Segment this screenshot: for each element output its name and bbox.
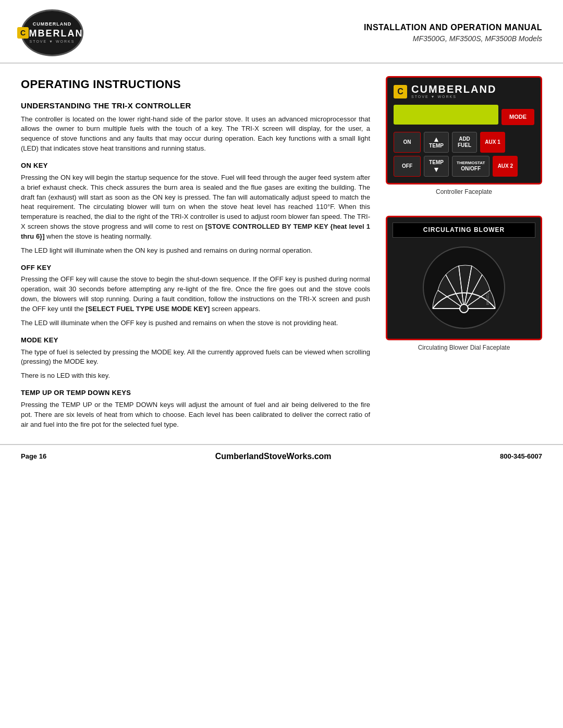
controller-panel-container: C CUMBERLAND STOVE ▼ WORKS MODE ON ▲: [386, 76, 542, 197]
footer-page-label: Page: [21, 452, 37, 460]
logo-area: C CUMBERLAND CUMBERLAND STOVE ▼ WORKS: [21, 9, 83, 56]
display-mode-row: MODE: [394, 105, 534, 129]
blower-dial-svg: 720038: [422, 246, 506, 329]
display-screen: [394, 105, 498, 125]
panel-brand-text: CUMBERLAND STOVE ▼ WORKS: [411, 84, 496, 100]
add-fuel-button[interactable]: ADD FUEL: [452, 132, 477, 153]
button-row-2: OFF TEMP ▼ THERMOSTAT ON/OFF AUX 2: [394, 156, 534, 177]
blower-faceplate: CIRCULATING BLOWER: [386, 216, 542, 340]
blower-dial-area: 720038: [393, 242, 535, 334]
off-key-heading: OFF KEY: [21, 263, 370, 273]
thermostat-line2: ON/OFF: [461, 166, 481, 172]
header: C CUMBERLAND CUMBERLAND STOVE ▼ WORKS IN…: [0, 0, 563, 64]
section1-body: The controller is located on the lower r…: [21, 115, 370, 154]
on-button[interactable]: ON: [394, 132, 421, 153]
logo-c-badge: C: [17, 27, 29, 39]
footer: Page 16 CumberlandStoveWorks.com 800-345…: [0, 444, 563, 467]
aux1-button[interactable]: AUX 1: [480, 132, 505, 153]
panel-header: C CUMBERLAND STOVE ▼ WORKS: [394, 84, 534, 100]
temp-up-button[interactable]: ▲ TEMP: [424, 132, 449, 153]
temp-up-label: TEMP: [429, 143, 444, 149]
on-key-body: Pressing the ON key will begin the start…: [21, 173, 370, 242]
logo-sub: STOVE ▼ WORKS: [30, 39, 75, 44]
button-row-1: ON ▲ TEMP ADD FUEL AUX 1: [394, 132, 534, 153]
footer-website: CumberlandStoveWorks.com: [215, 450, 332, 462]
blower-panel-container: CIRCULATING BLOWER: [386, 216, 542, 353]
add-fuel-line2: FUEL: [458, 142, 471, 149]
main-content: OPERATING INSTRUCTIONS UNDERSTANDING THE…: [0, 64, 563, 444]
svg-text:720038: 720038: [486, 293, 489, 305]
arrow-down-icon: ▼: [433, 166, 440, 173]
arrow-up-icon: ▲: [433, 135, 440, 143]
blower-caption: Circulating Blower Dial Faceplate: [386, 343, 542, 352]
svg-point-18: [460, 304, 468, 313]
controller-caption: Controller Faceplate: [386, 188, 542, 196]
on-key-body2: The LED light will illuminate when the O…: [21, 246, 370, 256]
temp-key-body: Pressing the TEMP UP or the TEMP DOWN ke…: [21, 400, 370, 430]
temp-down-button[interactable]: TEMP ▼: [424, 156, 449, 177]
header-right: INSTALLATION AND OPERATION MANUAL MF3500…: [364, 21, 542, 44]
manual-subtitle: MF3500G, MF3500S, MF3500B Models: [364, 33, 542, 44]
page-title: OPERATING INSTRUCTIONS: [21, 76, 370, 93]
temp-key-heading: TEMP UP OR TEMP DOWN KEYS: [21, 388, 370, 398]
mode-key-heading: MODE KEY: [21, 336, 370, 346]
section1-heading: UNDERSTANDING THE TRI-X CONTROLLER: [21, 100, 370, 112]
logo-oval: C CUMBERLAND CUMBERLAND STOVE ▼ WORKS: [21, 9, 83, 56]
manual-title: INSTALLATION AND OPERATION MANUAL: [364, 21, 542, 33]
panel-brand-sub: STOVE ▼ WORKS: [411, 94, 496, 100]
off-key-body2: The LED will illuminate when the OFF key…: [21, 318, 370, 328]
blower-title: CIRCULATING BLOWER: [393, 223, 535, 238]
footer-page-number: 16: [39, 452, 46, 460]
thermostat-line1: THERMOSTAT: [457, 161, 485, 166]
on-key-heading: ON KEY: [21, 161, 370, 171]
controller-faceplate: C CUMBERLAND STOVE ▼ WORKS MODE ON ▲: [386, 76, 542, 184]
off-key-body: Pressing the OFF key will cause the stov…: [21, 275, 370, 314]
right-column: C CUMBERLAND STOVE ▼ WORKS MODE ON ▲: [386, 76, 542, 434]
footer-page: Page 16: [21, 452, 46, 462]
left-column: OPERATING INSTRUCTIONS UNDERSTANDING THE…: [21, 76, 370, 434]
aux2-button[interactable]: AUX 2: [493, 156, 518, 177]
logo-text-top: CUMBERLAND: [33, 21, 72, 28]
off-button[interactable]: OFF: [394, 156, 421, 177]
thermostat-button[interactable]: THERMOSTAT ON/OFF: [452, 156, 489, 177]
mode-key-body2: There is no LED with this key.: [21, 371, 370, 381]
panel-logo-c: C: [394, 85, 407, 98]
mode-button[interactable]: MODE: [501, 109, 534, 125]
footer-phone: 800-345-6007: [500, 452, 542, 462]
mode-key-body: The type of fuel is selected by pressing…: [21, 348, 370, 367]
add-fuel-line1: ADD: [459, 136, 470, 142]
panel-brand-main: CUMBERLAND: [411, 84, 496, 94]
